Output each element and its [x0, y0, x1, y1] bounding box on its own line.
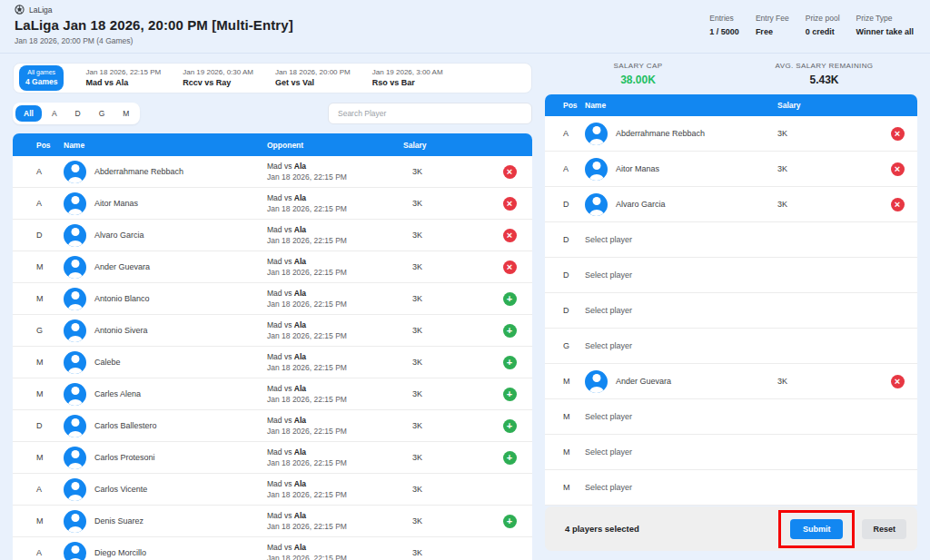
add-player-icon[interactable]: +	[503, 292, 517, 306]
player-avatar-icon	[64, 510, 86, 533]
lineup-slot-row: A Aitor Manas 3K ×	[545, 152, 917, 187]
player-position: G	[13, 326, 64, 335]
page-title: LaLiga Jan 18 2026, 20:00 PM [Multi-Entr…	[15, 17, 293, 33]
select-player-placeholder: Select player	[585, 270, 632, 280]
player-avatar-icon	[64, 161, 86, 183]
slot-position: D	[545, 235, 585, 244]
filter-row: All A D G M	[13, 103, 532, 124]
lineup-slot-row: M Select player	[545, 435, 917, 470]
slot-position: G	[545, 341, 585, 350]
player-name: Antonio Sivera	[94, 326, 148, 335]
lineup-slot-row: D Alvaro Garcia 3K ×	[545, 187, 917, 222]
game-card-2[interactable]: Jan 19 2026, 0:30 AM Rccv vs Ray	[183, 67, 253, 89]
player-position: M	[13, 358, 64, 367]
slot-player-name: Alvaro Garcia	[616, 200, 666, 209]
page-header: LaLiga LaLiga Jan 18 2026, 20:00 PM [Mul…	[0, 0, 930, 54]
player-table-body: A Abderrahmane Rebbach Mad vs Ala Jan 18…	[13, 156, 532, 560]
slot-salary: 3K	[777, 129, 877, 138]
player-salary: 3K	[403, 262, 487, 271]
add-player-icon[interactable]: +	[503, 324, 517, 338]
add-player-icon[interactable]: +	[503, 451, 517, 465]
player-avatar-icon	[64, 478, 86, 501]
add-player-icon[interactable]: +	[503, 515, 517, 528]
player-avatar-icon	[585, 370, 608, 393]
contest-stats: Entries 1 / 5000 Entry Fee Free Prize po…	[709, 14, 915, 45]
remove-player-icon[interactable]: ×	[891, 375, 905, 388]
col-header-salary: Salary	[403, 141, 487, 150]
game-card-1[interactable]: Jan 18 2026, 22:15 PM Mad vs Ala	[85, 67, 161, 89]
player-name: Carlos Ballestero	[94, 421, 157, 430]
tab-defender[interactable]: D	[67, 105, 89, 122]
opponent-cell: Mad vs Ala Jan 18 2026, 22:15 PM	[267, 319, 403, 342]
player-salary: 3K	[403, 199, 487, 208]
opponent-time: Jan 18 2026, 22:15 PM	[267, 521, 403, 532]
lineup-slot-row: M Select player	[545, 399, 917, 435]
slot-salary: 3K	[777, 164, 877, 173]
opponent-time: Jan 18 2026, 22:15 PM	[267, 553, 403, 560]
players-selected-count: 4 players selected	[565, 524, 639, 534]
player-position: A	[13, 548, 64, 557]
table-row: D Alvaro Garcia Mad vs Ala Jan 18 2026, …	[13, 220, 532, 251]
league-label: LaLiga	[29, 5, 53, 15]
player-name: Carles Alena	[94, 389, 141, 398]
slot-position: M	[545, 377, 585, 386]
player-table: Pos Name Opponent Salary A Abderrahmane …	[13, 133, 532, 560]
submit-highlight-annotation: Submit	[778, 510, 856, 548]
player-avatar-icon	[64, 224, 86, 247]
player-table-header: Pos Name Opponent Salary	[13, 133, 532, 156]
lineup-column: SALARY CAP 38.00K AVG. SALARY REMAINING …	[545, 54, 917, 551]
slot-position: A	[545, 129, 585, 138]
prize-type-stat: Prize Type Winner take all	[856, 14, 914, 36]
player-position: A	[13, 167, 64, 176]
all-games-chip[interactable]: All games 4 Games	[19, 65, 64, 91]
game-card-3[interactable]: Jan 18 2026, 20:00 PM Get vs Val	[275, 67, 351, 89]
opponent-cell: Mad vs Ala Jan 18 2026, 22:15 PM	[267, 351, 403, 374]
player-avatar-icon	[64, 319, 86, 342]
games-bar: All games 4 Games Jan 18 2026, 22:15 PM …	[13, 63, 532, 93]
prize-type-label: Prize Type	[856, 14, 914, 23]
add-player-icon[interactable]: +	[503, 356, 517, 369]
player-name: Carlos Vicente	[94, 485, 147, 494]
game-time: Jan 18 2026, 20:00 PM	[275, 67, 351, 77]
opponent-time: Jan 18 2026, 22:15 PM	[267, 394, 403, 405]
remove-player-icon[interactable]: ×	[503, 260, 517, 274]
opponent-time: Jan 18 2026, 22:15 PM	[267, 172, 403, 182]
player-avatar-icon	[64, 256, 86, 279]
remove-player-icon[interactable]: ×	[503, 197, 517, 211]
avg-salary-remaining-label: AVG. SALARY REMAINING	[731, 62, 917, 70]
add-player-icon[interactable]: +	[503, 419, 517, 433]
slot-player-name: Ander Guevara	[616, 377, 671, 386]
player-avatar-icon	[64, 351, 86, 374]
player-position: M	[13, 389, 64, 398]
reset-button[interactable]: Reset	[862, 519, 906, 539]
all-games-chip-line1: All games	[27, 69, 55, 75]
tab-attacker[interactable]: A	[44, 105, 65, 122]
remove-player-icon[interactable]: ×	[891, 198, 905, 211]
player-position: M	[13, 516, 64, 526]
player-salary: 3K	[403, 389, 487, 398]
player-avatar-icon	[64, 542, 86, 560]
remove-player-icon[interactable]: ×	[891, 162, 905, 176]
submit-button[interactable]: Submit	[790, 519, 844, 539]
player-name: Denis Suarez	[94, 516, 143, 526]
select-player-placeholder: Select player	[585, 447, 632, 457]
player-salary: 3K	[403, 294, 487, 303]
opponent-cell: Mad vs Ala Jan 18 2026, 22:15 PM	[267, 256, 403, 279]
table-row: A Abderrahmane Rebbach Mad vs Ala Jan 18…	[13, 156, 532, 188]
player-salary: 3K	[403, 231, 487, 240]
remove-player-icon[interactable]: ×	[891, 127, 905, 141]
search-player-input[interactable]	[328, 103, 532, 124]
prize-type-value: Winner take all	[856, 27, 914, 36]
game-card-4[interactable]: Jan 19 2026, 3:00 AM Rso vs Bar	[372, 67, 443, 89]
tab-midfielder[interactable]: M	[114, 105, 137, 122]
tab-all[interactable]: All	[15, 105, 42, 122]
add-player-icon[interactable]: +	[503, 388, 517, 401]
select-player-placeholder: Select player	[585, 483, 632, 492]
remove-player-icon[interactable]: ×	[503, 165, 517, 179]
table-row: M Ander Guevara Mad vs Ala Jan 18 2026, …	[13, 251, 532, 283]
tab-goalkeeper[interactable]: G	[91, 105, 114, 122]
entry-fee-label: Entry Fee	[756, 14, 789, 23]
remove-player-icon[interactable]: ×	[503, 229, 517, 242]
player-position: A	[13, 199, 64, 208]
opponent-time: Jan 18 2026, 22:15 PM	[267, 489, 403, 500]
